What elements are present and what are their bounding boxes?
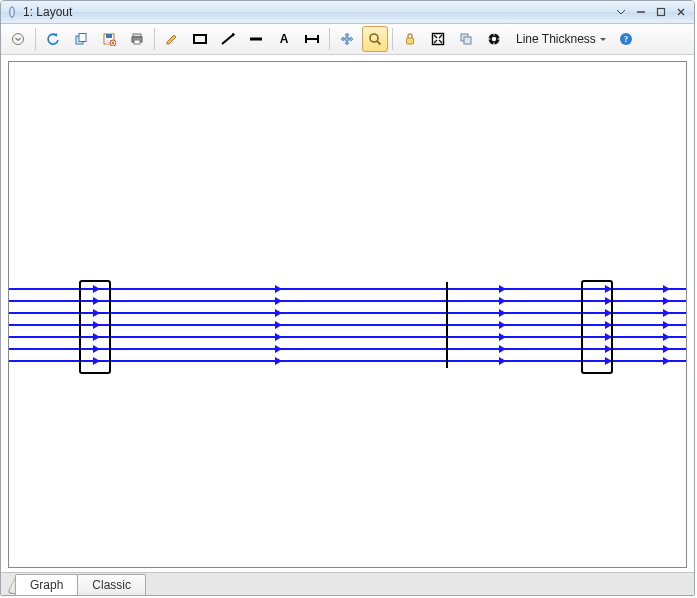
ray-arrow-icon bbox=[663, 333, 674, 341]
layout-canvas[interactable] bbox=[8, 61, 687, 568]
tab-label: Classic bbox=[92, 578, 131, 592]
line-thickness-dropdown[interactable]: Line Thickness bbox=[509, 27, 611, 51]
canvas-container bbox=[1, 55, 694, 572]
ray-arrow-icon bbox=[499, 345, 510, 353]
copy-icon[interactable] bbox=[68, 26, 94, 52]
lens-element-1 bbox=[79, 280, 111, 374]
help-icon[interactable]: ? bbox=[613, 26, 639, 52]
ray-arrow-icon bbox=[663, 357, 674, 365]
maximize-button[interactable] bbox=[652, 5, 670, 19]
app-window: 1: Layout bbox=[0, 0, 695, 596]
toolbar: A Line Thickness ? bbox=[1, 24, 694, 55]
ray-arrow-icon bbox=[275, 333, 286, 341]
zoom-icon[interactable] bbox=[362, 26, 388, 52]
layers-icon[interactable] bbox=[453, 26, 479, 52]
ray-arrow-icon bbox=[663, 345, 674, 353]
svg-rect-22 bbox=[407, 38, 414, 44]
ray-arrow-icon bbox=[275, 297, 286, 305]
refresh-icon[interactable] bbox=[40, 26, 66, 52]
rectangle-icon[interactable] bbox=[187, 26, 213, 52]
ray-arrow-icon bbox=[275, 357, 286, 365]
ray-arrow-icon bbox=[499, 297, 510, 305]
window-title: 1: Layout bbox=[23, 5, 72, 19]
svg-point-3 bbox=[13, 34, 24, 45]
measure-icon[interactable] bbox=[299, 26, 325, 52]
tab-graph[interactable]: Graph bbox=[15, 574, 78, 595]
svg-point-20 bbox=[370, 34, 378, 42]
svg-point-27 bbox=[492, 37, 496, 41]
close-button[interactable] bbox=[672, 5, 690, 19]
app-icon bbox=[5, 5, 19, 19]
view-tabs: Graph Classic bbox=[1, 572, 694, 595]
svg-rect-7 bbox=[106, 34, 112, 38]
svg-rect-25 bbox=[464, 37, 471, 44]
aperture-stop bbox=[446, 282, 448, 368]
svg-point-0 bbox=[10, 7, 14, 17]
text-icon[interactable]: A bbox=[271, 26, 297, 52]
pencil-icon[interactable] bbox=[159, 26, 185, 52]
expand-icon[interactable] bbox=[5, 26, 31, 52]
svg-rect-2 bbox=[658, 9, 665, 16]
ray-arrow-icon bbox=[663, 285, 674, 293]
ray-arrow-icon bbox=[499, 333, 510, 341]
tab-classic[interactable]: Classic bbox=[77, 574, 146, 595]
dash-icon[interactable] bbox=[243, 26, 269, 52]
lock-icon[interactable] bbox=[397, 26, 423, 52]
ray-arrow-icon bbox=[275, 285, 286, 293]
ray-arrow-icon bbox=[499, 309, 510, 317]
lens-element-2 bbox=[581, 280, 613, 374]
fit-icon[interactable] bbox=[425, 26, 451, 52]
pan-icon[interactable] bbox=[334, 26, 360, 52]
save-icon[interactable] bbox=[96, 26, 122, 52]
ray-arrow-icon bbox=[499, 321, 510, 329]
tab-label: Graph bbox=[30, 578, 63, 592]
ray-arrow-icon bbox=[275, 345, 286, 353]
svg-rect-12 bbox=[134, 40, 140, 44]
svg-line-14 bbox=[222, 34, 234, 44]
svg-rect-13 bbox=[194, 35, 206, 43]
ray-arrow-icon bbox=[663, 321, 674, 329]
line-icon[interactable] bbox=[215, 26, 241, 52]
ray-arrow-icon bbox=[275, 309, 286, 317]
window-menu-button[interactable] bbox=[612, 5, 630, 19]
ray-arrow-icon bbox=[499, 357, 510, 365]
svg-text:A: A bbox=[280, 32, 289, 46]
titlebar: 1: Layout bbox=[1, 1, 694, 24]
ray-arrow-icon bbox=[499, 285, 510, 293]
minimize-button[interactable] bbox=[632, 5, 650, 19]
target-icon[interactable] bbox=[481, 26, 507, 52]
print-icon[interactable] bbox=[124, 26, 150, 52]
ray-arrow-icon bbox=[663, 297, 674, 305]
ray-arrow-icon bbox=[663, 309, 674, 317]
line-thickness-label: Line Thickness bbox=[516, 32, 596, 46]
svg-rect-5 bbox=[79, 34, 86, 42]
ray-arrow-icon bbox=[275, 321, 286, 329]
svg-text:?: ? bbox=[624, 34, 629, 44]
svg-line-21 bbox=[377, 41, 381, 45]
